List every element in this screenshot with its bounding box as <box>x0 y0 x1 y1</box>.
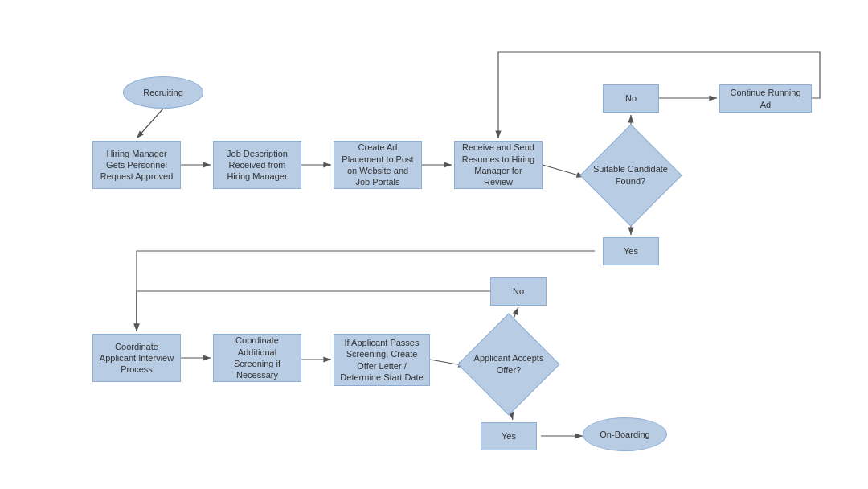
continue-ad-node: Continue Running Ad <box>719 84 812 113</box>
no-box-middle: No <box>490 277 547 306</box>
suitable-candidate-node: Suitable Candidate Found? <box>584 133 677 217</box>
yes-box-2: Yes <box>481 422 537 450</box>
receive-send-node: Receive and Send Resumes to Hiring Manag… <box>454 141 542 189</box>
svg-line-5 <box>542 165 584 177</box>
suitable-candidate-label: Suitable Candidate Found? <box>584 160 677 190</box>
coordinate-additional-node: Coordinate Additional Screening if Neces… <box>213 334 301 382</box>
recruiting-node: Recruiting <box>123 76 203 109</box>
yes-box: Yes <box>603 237 659 265</box>
onboarding-node: On-Boarding <box>583 417 667 451</box>
if-applicant-node: If Applicant Passes Screening, Create Of… <box>334 334 430 386</box>
applicant-accepts-label: Applicant Accepts Offer? <box>465 349 553 379</box>
job-description-node: Job Description Received from Hiring Man… <box>213 141 301 189</box>
hiring-manager-gets-node: Hiring Manager Gets Personnel Request Ap… <box>92 141 181 189</box>
arrows-svg <box>0 0 868 489</box>
create-ad-node: Create Ad Placement to Post on Website a… <box>334 141 422 189</box>
coordinate-interview-node: Coordinate Applicant Interview Process <box>92 334 181 382</box>
no-box-top: No <box>603 84 659 113</box>
applicant-accepts-node: Applicant Accepts Offer? <box>465 322 553 406</box>
flowchart-container: Recruiting Hiring Manager Gets Personnel… <box>0 0 868 489</box>
svg-line-1 <box>137 109 163 138</box>
